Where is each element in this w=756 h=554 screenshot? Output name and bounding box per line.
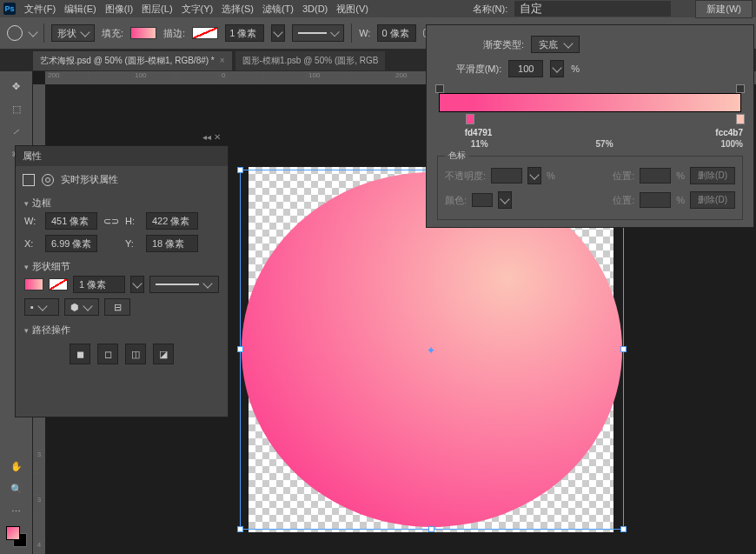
properties-panel: ◂◂ ✕ 属性 实时形状属性 ▾边框 W: ⊂⊃ H: X: Y: ▾形状细节 [15,145,229,417]
stroke-style-select[interactable] [292,24,344,42]
handle-bl[interactable] [237,526,243,532]
fill-label: 填充: [102,27,123,40]
path-subtract[interactable]: ◻ [97,344,118,364]
smooth-input[interactable] [508,60,543,77]
y-input[interactable] [146,235,198,252]
close-icon[interactable]: × [220,56,225,65]
handle-b[interactable] [428,526,434,532]
mask-icon [42,174,54,186]
color-stop-2[interactable] [736,114,745,124]
properties-tab[interactable]: 属性 [16,146,228,166]
menu-image[interactable]: 图像(I) [105,3,133,16]
height-input[interactable] [146,212,198,230]
x-input[interactable] [45,235,97,252]
menu-filter[interactable]: 滤镜(T) [262,3,294,16]
stops-legend: 色标 [445,150,469,162]
path-intersect[interactable]: ◫ [125,344,146,364]
handle-br[interactable] [620,526,627,532]
stroke-swatch[interactable] [192,27,218,39]
stop1-pct: 11% [471,139,488,149]
menu-layer[interactable]: 图层(L) [142,3,172,16]
stroke-width-dropdown[interactable] [271,24,285,42]
menu-type[interactable]: 文字(Y) [182,3,214,16]
stroke-px-dropdown[interactable] [130,276,144,293]
doc-tab-1[interactable]: 艺术海报.psd @ 50% (圆形-模糊1, RGB/8#) *× [33,51,232,70]
path-combine[interactable]: ◼ [70,344,90,364]
stroke-px-input[interactable] [73,276,125,293]
marquee-tool[interactable]: ⬚ [0,97,32,120]
menu-view[interactable]: 视图(V) [336,3,368,16]
color-dropdown [498,191,512,209]
doc-tab-2[interactable]: 圆形-模糊1.psb @ 50% (圆形, RGB [235,51,386,70]
grad-type-label: 渐变类型: [483,38,524,51]
grad-type-select[interactable]: 实底 [531,36,580,53]
opacity-pos-input [640,168,671,184]
color-well [472,193,493,207]
name-input[interactable] [514,1,671,17]
mid-pct: 57% [596,139,613,149]
smooth-label: 平滑度(M): [456,63,502,76]
stroke-label: 描边: [163,27,185,40]
join-select[interactable]: ⬢ [64,298,99,316]
stroke-style-props[interactable] [149,276,219,293]
lasso-tool[interactable]: ⟋ [0,120,32,143]
tool-dropdown-icon[interactable] [28,27,37,37]
w-input[interactable] [377,24,416,42]
opacity-stop-left[interactable] [435,84,444,93]
shape-props-title: 实时形状属性 [61,173,118,186]
smooth-dropdown[interactable] [550,60,564,77]
link-icon[interactable]: ⊂⊃ [103,216,120,227]
center-icon: ✦ [427,344,437,355]
bounds-label: 边框 [32,197,51,208]
delete-color-stop: 删除(D) [690,191,735,209]
stroke-swatch-props[interactable] [49,278,68,290]
shape-mode-select[interactable]: 形状 [51,24,95,42]
color-picker[interactable] [6,526,27,547]
color-stop-1[interactable] [466,114,474,124]
width-input[interactable] [45,212,97,230]
path-ops-label: 路径操作 [32,324,70,335]
handle-l[interactable] [237,346,243,352]
fill-swatch-props[interactable] [24,278,43,290]
stop1-hex: fd4791 [465,128,493,137]
zoom-tool[interactable]: 🔍 [3,477,29,500]
panel-flyout-icon[interactable]: ◂◂ ✕ [202,132,221,142]
move-tool[interactable]: ✥ [0,75,32,97]
stop2-pct: 100% [720,139,743,149]
new-button[interactable]: 新建(W) [695,0,753,18]
handle-r[interactable] [620,346,627,352]
ellipse-tool-icon [7,25,23,41]
fill-swatch[interactable] [130,27,156,39]
name-label: 名称(N): [473,3,507,16]
menu-select[interactable]: 选择(S) [222,3,254,16]
stop2-hex: fcc4b7 [715,128,743,137]
ps-logo: Ps [3,3,16,15]
w-label: W: [359,28,370,38]
shape-icon [23,174,35,186]
stroke-width-input[interactable] [225,24,264,42]
align-select[interactable]: ⊟ [104,298,130,316]
menu-file[interactable]: 文件(F) [24,3,56,16]
gradient-bar[interactable] [439,93,741,112]
path-exclude[interactable]: ◪ [153,344,174,364]
menu-bar: Ps 文件(F) 编辑(E) 图像(I) 图层(L) 文字(Y) 选择(S) 滤… [0,0,756,17]
opacity-dropdown [527,167,541,184]
delete-opacity-stop: 删除(D) [690,167,735,184]
gradient-editor: 渐变类型: 实底 平滑度(M): % fd4791 fcc4b7 11% 57%… [426,24,754,228]
detail-label: 形状细节 [32,261,70,271]
color-pos-input [640,192,671,208]
more-tools[interactable]: ⋯ [3,500,29,523]
menu-3d[interactable]: 3D(D) [302,3,328,14]
cap-select[interactable]: ▪ [24,298,59,316]
opacity-stop-right[interactable] [736,84,745,93]
menu-edit[interactable]: 编辑(E) [64,3,96,16]
opacity-input [491,168,522,184]
handle-tl[interactable] [237,167,243,173]
hand-tool[interactable]: ✋ [3,455,29,477]
